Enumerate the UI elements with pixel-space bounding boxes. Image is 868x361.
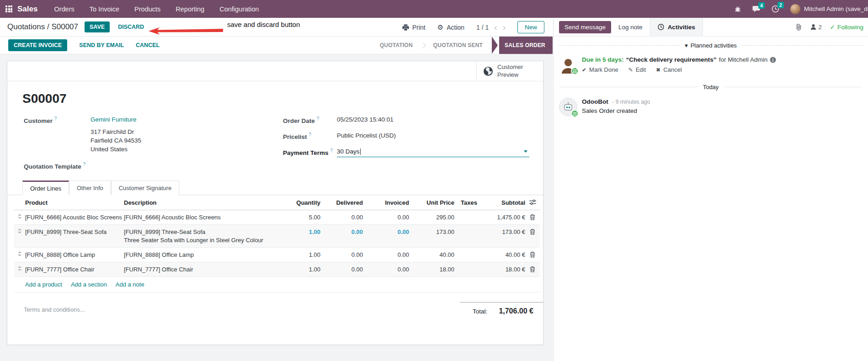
delete-line-icon[interactable] <box>525 225 540 239</box>
user-menu[interactable]: Mitchell Admin (save_discar <box>790 4 868 14</box>
cell-description[interactable]: [FURN_8888] Office Lamp <box>124 248 275 262</box>
cell-product[interactable]: [FURN_8888] Office Lamp <box>25 248 124 262</box>
cell-delivered[interactable]: 0.00 <box>320 248 363 262</box>
drag-handle-icon[interactable] <box>14 248 25 260</box>
customer-preview-button[interactable]: Customer Preview <box>476 61 543 81</box>
edit-activity-button[interactable]: ✎Edit <box>628 66 646 73</box>
activities-button[interactable]: Activities <box>650 18 703 36</box>
cancel-activity-button[interactable]: ✖Cancel <box>656 66 682 73</box>
menu-configuration[interactable]: Configuration <box>219 5 259 13</box>
cell-delivered[interactable]: 0.00 <box>320 225 363 239</box>
order-line-row[interactable]: [FURN_6666] Acoustic Bloc Screens [FURN_… <box>14 210 540 225</box>
header-quantity[interactable]: Quantity <box>275 196 320 210</box>
cell-delivered[interactable]: 0.00 <box>320 210 363 224</box>
menu-to-invoice[interactable]: To Invoice <box>90 5 119 13</box>
tab-order-lines[interactable]: Order Lines <box>22 180 69 195</box>
save-button[interactable]: SAVE <box>85 21 110 32</box>
tab-other-info[interactable]: Other Info <box>69 180 111 195</box>
drag-handle-icon[interactable] <box>14 210 25 223</box>
cell-taxes[interactable] <box>454 225 484 232</box>
app-name[interactable]: Sales <box>17 5 37 14</box>
cell-invoiced[interactable]: 0.00 <box>363 225 409 239</box>
cell-unit-price[interactable]: 173.00 <box>409 225 454 239</box>
info-icon[interactable] <box>770 57 776 63</box>
delete-line-icon[interactable] <box>525 248 540 261</box>
header-product[interactable]: Product <box>25 196 124 210</box>
new-button[interactable]: New <box>517 21 544 33</box>
delete-line-icon[interactable] <box>525 210 540 224</box>
cell-product[interactable]: [FURN_7777] Office Chair <box>25 262 124 276</box>
activity-clock-icon[interactable]: 2 <box>772 5 779 13</box>
attachments-icon[interactable] <box>795 23 802 31</box>
action-button[interactable]: ⚙ Action <box>437 23 464 32</box>
debug-bug-icon[interactable] <box>734 5 741 13</box>
order-date-value[interactable]: 05/25/2023 15:40:01 <box>337 116 394 123</box>
menu-orders[interactable]: Orders <box>54 5 74 13</box>
cell-quantity[interactable]: 5.00 <box>275 210 320 224</box>
planned-activities-toggle[interactable]: ▾Planned activities <box>685 42 737 49</box>
stage-sales-order[interactable]: SALES ORDER <box>499 37 553 54</box>
apps-grid-icon[interactable] <box>5 5 12 12</box>
mark-done-button[interactable]: ✔Mark Done <box>582 66 618 73</box>
payment-terms-input[interactable]: 30 Days <box>337 146 529 157</box>
optional-columns-icon[interactable] <box>525 196 540 209</box>
messages-icon[interactable]: 4 <box>752 5 761 13</box>
add-product-link[interactable]: Add a product <box>25 281 62 288</box>
drag-handle-icon[interactable] <box>14 262 25 275</box>
discard-button[interactable]: DISCARD <box>118 24 144 30</box>
cancel-button[interactable]: CANCEL <box>136 42 160 48</box>
header-invoiced[interactable]: Invoiced <box>363 196 409 210</box>
create-invoice-button[interactable]: CREATE INVOICE <box>8 39 67 51</box>
cell-invoiced[interactable]: 0.00 <box>363 262 409 276</box>
stage-quotation-sent[interactable]: QUOTATION SENT <box>431 42 485 48</box>
customer-link[interactable]: Gemini Furniture <box>91 116 137 123</box>
stage-quotation[interactable]: QUOTATION <box>377 42 415 48</box>
print-button[interactable]: Print <box>402 24 426 31</box>
send-message-button[interactable]: Send message <box>559 21 611 33</box>
odoobot-avatar[interactable] <box>559 98 577 116</box>
cell-taxes[interactable] <box>454 210 484 218</box>
cell-description[interactable]: [FURN_8999] Three-Seat Sofa Three Seater… <box>124 225 275 247</box>
order-line-row[interactable]: [FURN_7777] Office Chair [FURN_7777] Off… <box>14 262 540 277</box>
send-by-email-button[interactable]: SEND BY EMAIL <box>79 42 124 48</box>
dropdown-caret-icon[interactable] <box>524 150 527 153</box>
cell-quantity[interactable]: 1.00 <box>275 262 320 276</box>
delete-line-icon[interactable] <box>525 262 540 276</box>
cell-invoiced[interactable]: 0.00 <box>363 248 409 262</box>
header-description[interactable]: Description <box>124 196 275 210</box>
log-note-button[interactable]: Log note <box>618 24 643 31</box>
cell-taxes[interactable] <box>454 262 484 270</box>
order-line-row[interactable]: [FURN_8999] Three-Seat Sofa [FURN_8999] … <box>14 225 540 248</box>
cell-unit-price[interactable]: 40.00 <box>409 248 454 262</box>
tab-customer-signature[interactable]: Customer Signature <box>111 180 180 195</box>
cell-quantity[interactable]: 1.00 <box>275 225 320 239</box>
followers-button[interactable]: 2 <box>810 24 821 31</box>
cell-unit-price[interactable]: 18.00 <box>409 262 454 276</box>
following-button[interactable]: ✓ Following <box>830 23 863 31</box>
cell-product[interactable]: [FURN_8999] Three-Seat Sofa <box>25 225 124 239</box>
drag-handle-icon[interactable] <box>14 225 25 237</box>
order-line-row[interactable]: [FURN_8888] Office Lamp [FURN_8888] Offi… <box>14 248 540 262</box>
header-subtotal[interactable]: Subtotal <box>484 196 525 210</box>
menu-reporting[interactable]: Reporting <box>176 5 204 13</box>
cell-product[interactable]: [FURN_6666] Acoustic Bloc Screens <box>25 210 124 224</box>
pager-previous-icon[interactable]: ‹ <box>494 23 497 32</box>
breadcrumb[interactable]: Quotations / S00007 <box>7 22 78 32</box>
header-delivered[interactable]: Delivered <box>320 196 363 210</box>
cell-delivered[interactable]: 0.00 <box>320 262 363 276</box>
cell-invoiced[interactable]: 0.00 <box>363 210 409 224</box>
cell-quantity[interactable]: 1.00 <box>275 248 320 262</box>
cell-unit-price[interactable]: 295.00 <box>409 210 454 224</box>
message-author[interactable]: OdooBot <box>582 98 608 105</box>
pricelist-value[interactable]: Public Pricelist (USD) <box>337 132 396 139</box>
header-unit-price[interactable]: Unit Price <box>409 196 454 210</box>
activity-avatar[interactable] <box>559 55 577 74</box>
cell-taxes[interactable] <box>454 248 484 255</box>
cell-description[interactable]: [FURN_7777] Office Chair <box>124 262 275 276</box>
header-taxes[interactable]: Taxes <box>454 196 484 210</box>
terms-placeholder[interactable]: Terms and conditions... <box>24 306 85 313</box>
add-section-link[interactable]: Add a section <box>71 281 107 288</box>
cell-description[interactable]: [FURN_6666] Acoustic Bloc Screens <box>124 210 275 224</box>
pager-next-icon[interactable]: › <box>503 23 506 32</box>
menu-products[interactable]: Products <box>134 5 160 13</box>
